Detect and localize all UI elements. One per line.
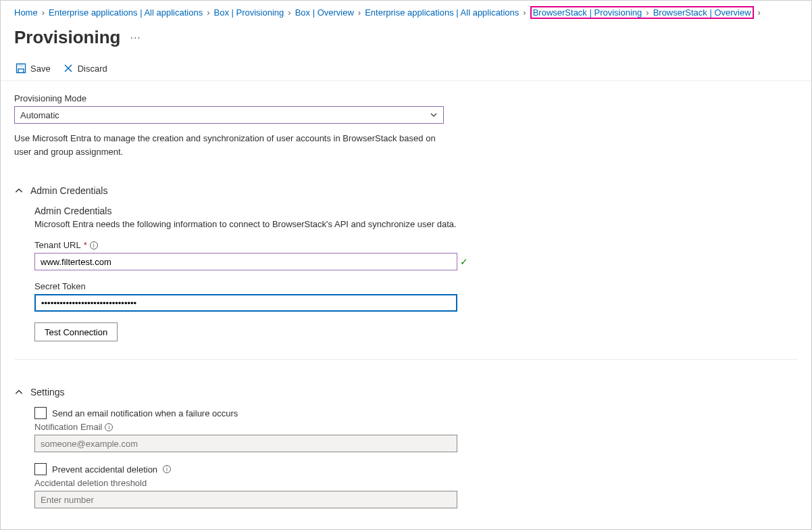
chevron-right-icon: › bbox=[646, 7, 649, 18]
prevent-deletion-checkbox[interactable] bbox=[34, 463, 47, 475]
admin-credentials-section: Admin Credentials Admin Credentials Micr… bbox=[14, 185, 798, 360]
info-icon[interactable]: i bbox=[105, 423, 113, 431]
provisioning-mode-help: Use Microsoft Entra to manage the creati… bbox=[14, 132, 447, 158]
secret-token-input[interactable] bbox=[34, 294, 457, 312]
breadcrumb-link[interactable]: BrowserStack | Overview bbox=[653, 7, 751, 18]
more-actions-button[interactable]: ··· bbox=[130, 32, 141, 44]
checkmark-icon: ✓ bbox=[460, 256, 468, 267]
close-icon bbox=[63, 63, 74, 74]
provisioning-mode-select[interactable]: Automatic bbox=[14, 106, 444, 124]
breadcrumb-link[interactable]: Home bbox=[14, 7, 38, 18]
breadcrumb-link[interactable]: Box | Overview bbox=[295, 7, 354, 18]
chevron-right-icon: › bbox=[42, 7, 45, 18]
chevron-right-icon: › bbox=[288, 7, 290, 18]
email-notification-label: Send an email notification when a failur… bbox=[52, 408, 238, 418]
breadcrumb-highlight: BrowserStack | Provisioning › BrowserSta… bbox=[530, 6, 754, 19]
settings-toggle[interactable]: Settings bbox=[14, 387, 798, 397]
chevron-right-icon: › bbox=[758, 7, 761, 18]
provisioning-mode-value: Automatic bbox=[20, 110, 59, 120]
breadcrumb-link[interactable]: Enterprise applications | All applicatio… bbox=[49, 7, 203, 18]
settings-section: Settings Send an email notification when… bbox=[14, 387, 798, 530]
notification-email-input[interactable] bbox=[34, 435, 457, 452]
deletion-threshold-label: Accidental deletion threshold bbox=[34, 478, 474, 488]
admin-credentials-desc: Microsoft Entra needs the following info… bbox=[34, 219, 474, 229]
save-icon bbox=[16, 63, 26, 74]
tenant-url-input[interactable] bbox=[34, 253, 457, 270]
section-title: Settings bbox=[30, 387, 65, 397]
notification-email-label: Notification Email i bbox=[34, 422, 474, 432]
provisioning-mode-label: Provisioning Mode bbox=[14, 93, 798, 103]
prevent-deletion-label: Prevent accidental deletion bbox=[52, 464, 157, 475]
chevron-right-icon: › bbox=[523, 7, 526, 18]
page-title: Provisioning bbox=[14, 27, 120, 48]
admin-credentials-toggle[interactable]: Admin Credentials bbox=[14, 185, 798, 196]
save-button[interactable]: Save bbox=[16, 63, 51, 74]
deletion-threshold-input[interactable] bbox=[34, 491, 457, 508]
admin-credentials-subhead: Admin Credentials bbox=[34, 206, 474, 216]
breadcrumb: Home › Enterprise applications | All app… bbox=[1, 1, 811, 24]
discard-button[interactable]: Discard bbox=[63, 63, 107, 74]
secret-token-label: Secret Token bbox=[34, 281, 474, 291]
breadcrumb-link[interactable]: Box | Provisioning bbox=[214, 7, 284, 18]
save-label: Save bbox=[30, 64, 51, 74]
chevron-right-icon: › bbox=[207, 7, 209, 18]
info-icon[interactable]: i bbox=[90, 241, 98, 249]
email-notification-checkbox[interactable] bbox=[34, 407, 47, 419]
chevron-down-icon bbox=[430, 111, 438, 119]
chevron-right-icon: › bbox=[358, 7, 361, 18]
chevron-up-icon bbox=[14, 387, 24, 397]
svg-rect-1 bbox=[18, 64, 23, 67]
breadcrumb-link[interactable]: BrowserStack | Provisioning bbox=[533, 7, 642, 18]
svg-rect-2 bbox=[18, 69, 24, 73]
toolbar: Save Discard bbox=[1, 59, 811, 81]
required-indicator: * bbox=[84, 240, 87, 250]
test-connection-button[interactable]: Test Connection bbox=[34, 322, 118, 341]
discard-label: Discard bbox=[78, 64, 107, 74]
breadcrumb-link[interactable]: Enterprise applications | All applicatio… bbox=[365, 7, 519, 18]
info-icon[interactable]: i bbox=[163, 465, 171, 473]
tenant-url-label: Tenant URL * i bbox=[34, 240, 474, 250]
chevron-up-icon bbox=[14, 186, 24, 195]
section-title: Admin Credentials bbox=[30, 185, 107, 196]
